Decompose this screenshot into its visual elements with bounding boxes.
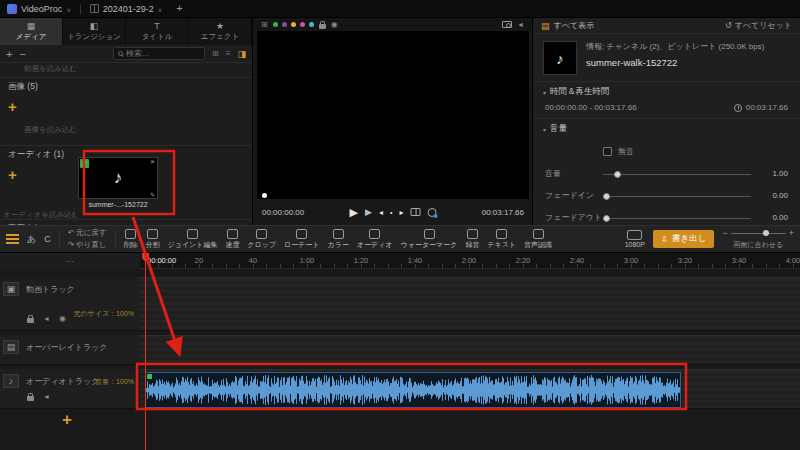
tool-icon	[227, 229, 238, 239]
toolbar-item[interactable]: クロップ	[247, 229, 276, 250]
lock-icon[interactable]	[27, 318, 34, 323]
color-marker-dot[interactable]	[300, 22, 305, 27]
tab-media[interactable]: ▦ メディア	[0, 18, 63, 45]
search-input[interactable]	[126, 49, 200, 58]
toolbar-item[interactable]: 分割	[146, 229, 160, 250]
file-name: summer-walk-152722	[586, 57, 764, 68]
chevron-icon: ▾	[543, 126, 546, 133]
edit-icon[interactable]: ✎	[150, 191, 155, 198]
add-subtitle-icon[interactable]	[6, 234, 19, 244]
tab-effect[interactable]: ★ エフェクト	[189, 18, 252, 45]
toolbar-item[interactable]: ジョイント編集	[168, 229, 218, 250]
chevron-down-icon: ∨	[66, 6, 70, 13]
show-all-button[interactable]: すべて表示	[554, 20, 595, 31]
step-forward-icon[interactable]: ▸	[399, 208, 403, 217]
mute-checkbox[interactable]	[603, 147, 612, 156]
remove-media-button[interactable]: −	[19, 48, 25, 60]
speaker-icon[interactable]: ◄	[517, 21, 524, 29]
project-icon	[90, 4, 99, 13]
text-style-button[interactable]: あ	[27, 233, 36, 246]
volume-slider[interactable]	[603, 170, 751, 178]
collapse-panel-icon[interactable]: ◨	[237, 49, 246, 59]
audio-clip[interactable]	[145, 372, 681, 408]
project-menu[interactable]: 202401-29-2	[103, 4, 154, 14]
timeline: … 00:00:00 20401:001:201:402:002:202:403…	[0, 253, 800, 450]
audio-waveform	[146, 374, 680, 406]
timeline-options-button[interactable]: …	[0, 253, 140, 269]
play-selection-button[interactable]: ▶	[365, 207, 372, 217]
eye-icon[interactable]: ◉	[331, 21, 338, 29]
sort-icon[interactable]: ≡	[226, 49, 231, 58]
grid-view-icon[interactable]: ⊞	[212, 49, 219, 58]
step-back-icon[interactable]: ◂	[379, 208, 383, 217]
tab-transition[interactable]: ◧ トランジション	[63, 18, 126, 45]
zoom-in-icon[interactable]: +	[789, 228, 794, 238]
toolbar-item[interactable]: ローテート	[284, 229, 320, 250]
undo-redo: ↶ 元に戻す ↷ やり直し	[68, 228, 107, 250]
edit-toolbar: あ C ↶ 元に戻す ↷ やり直し 削除分割ジョイント編集速度クロップローテート…	[0, 225, 800, 253]
toolbar-item[interactable]: ウォーターマーク	[401, 229, 458, 250]
play-button[interactable]: ▶	[350, 206, 358, 219]
image-section-header[interactable]: 画像 (5)	[0, 77, 252, 93]
media-icon: ▦	[27, 21, 36, 31]
titlebar: VideoProc ∨ 202401-29-2 ∨ +	[0, 0, 800, 18]
progress-handle[interactable]	[262, 193, 267, 198]
fadein-slider[interactable]	[603, 192, 751, 200]
undo-button[interactable]: ↶ 元に戻す	[68, 228, 107, 238]
motion-track-icon[interactable]	[427, 208, 436, 217]
fadein-value: 0.00	[772, 191, 788, 200]
redo-button[interactable]: ↷ やり直し	[68, 240, 107, 250]
toolbar-item[interactable]: 音声認識	[524, 229, 552, 250]
snap-grid-icon[interactable]: ⊞	[261, 20, 268, 29]
time-section-header[interactable]: ▾ 時間＆再生時間	[533, 81, 800, 101]
toolbar-item[interactable]: オーディオ	[357, 229, 393, 250]
playhead-line[interactable]	[145, 253, 146, 450]
color-marker-dot[interactable]	[273, 22, 278, 27]
zoom-out-icon[interactable]: −	[722, 228, 727, 238]
lock-icon[interactable]	[319, 24, 326, 29]
audio-media-item[interactable]: ♪ ✓ × ✎	[78, 157, 158, 199]
audio-item-label: summer-...-152722	[70, 201, 166, 208]
mute-icon[interactable]: ◄	[43, 315, 50, 323]
video-track-lane[interactable]	[140, 277, 800, 331]
add-image-button[interactable]: +	[8, 99, 17, 114]
music-note-icon: ♪	[556, 50, 564, 67]
toolbar-item[interactable]: 削除	[124, 229, 138, 250]
export-button[interactable]: ⇩ 書き出し	[653, 230, 715, 248]
color-marker-dot[interactable]	[309, 22, 314, 27]
lock-icon[interactable]	[27, 396, 34, 401]
app-menu[interactable]: VideoProc	[21, 4, 62, 14]
overlay-track-lane[interactable]	[140, 335, 800, 365]
marker-dots	[273, 22, 314, 27]
reset-all-button[interactable]: ↺ すべてリセット	[725, 20, 792, 31]
toolbar-item[interactable]: テキスト	[487, 229, 516, 250]
fit-to-screen-button[interactable]: 画面に合わせる	[733, 240, 783, 250]
volume-section-header[interactable]: ▾ 音量	[533, 118, 800, 138]
fadeout-slider[interactable]	[603, 214, 751, 222]
toolbar-item[interactable]: カラー	[328, 229, 349, 250]
clip-handle[interactable]	[147, 374, 152, 379]
close-icon[interactable]: ×	[150, 157, 155, 166]
video-viewport[interactable]	[257, 31, 529, 199]
color-marker-dot[interactable]	[282, 22, 287, 27]
caption-button[interactable]: C	[44, 234, 51, 244]
add-audio-button[interactable]: +	[8, 167, 17, 182]
resolution-item[interactable]: 1080P	[625, 230, 645, 248]
tab-title[interactable]: T タイトル	[126, 18, 189, 45]
tool-icon	[187, 229, 198, 239]
zoom-slider[interactable]	[731, 230, 786, 237]
split-icon[interactable]	[410, 208, 420, 216]
timeline-ruler[interactable]: 00:00:00 20401:001:201:402:002:202:403:0…	[140, 253, 800, 269]
filter-icon[interactable]: ▤	[541, 21, 550, 31]
toolbar-item[interactable]: 速度	[225, 229, 239, 250]
audio-track-lane[interactable]	[140, 369, 800, 409]
add-track-button[interactable]: +	[62, 411, 72, 428]
snapshot-camera-icon[interactable]	[502, 21, 512, 28]
eye-icon[interactable]: ◉	[59, 315, 66, 323]
add-media-button[interactable]: +	[6, 48, 12, 60]
effect-icon: ★	[216, 21, 224, 31]
color-marker-dot[interactable]	[291, 22, 296, 27]
mute-icon[interactable]: ◄	[43, 393, 50, 401]
toolbar-item[interactable]: 録音	[465, 229, 479, 250]
new-project-button[interactable]: +	[176, 3, 182, 14]
